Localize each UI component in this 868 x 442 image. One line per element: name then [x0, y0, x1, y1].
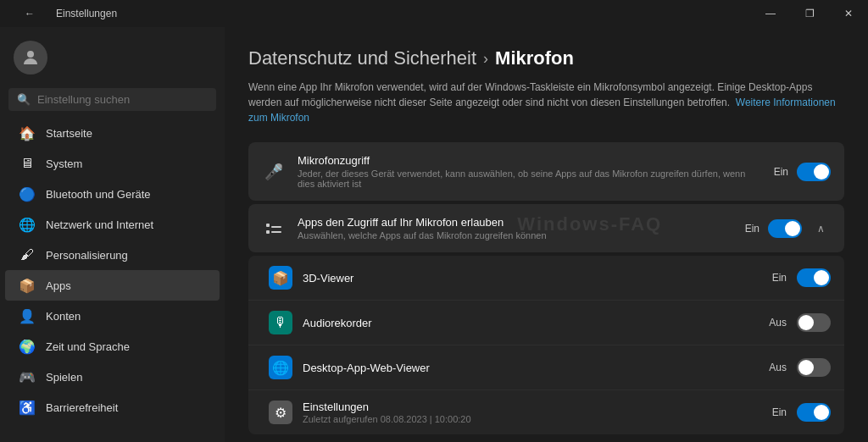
nav-label-netzwerk: Netzwerk und Internet [46, 218, 153, 231]
sidebar-item-bluetooth[interactable]: 🔵 Bluetooth und Geräte [5, 179, 220, 209]
app-text-einstellungen: Einstellungen Zuletzt aufgerufen 08.08.2… [303, 401, 762, 424]
search-box[interactable]: 🔍 [8, 88, 216, 111]
app-row-3d-viewer: 📦 3D-Viewer Ein [248, 256, 844, 301]
app-icon-3d-viewer: 📦 [269, 266, 292, 290]
breadcrumb-chevron: › [483, 50, 488, 68]
nav-label-startseite: Startseite [46, 127, 92, 140]
nav-icon-spielen: 🎮 [19, 368, 36, 385]
app-text-desktop-app-web-viewer: Desktop-App-Web-Viewer [303, 362, 759, 374]
sidebar-item-startseite[interactable]: 🏠 Startseite [5, 118, 220, 148]
titlebar: ← Einstellungen — ❐ ✕ [0, 0, 868, 27]
nav-icon-personalisierung: 🖌 [19, 246, 36, 263]
app-toggle-desktop-app-web-viewer[interactable] [797, 358, 831, 377]
toggle-thumb [814, 405, 829, 420]
app-label-audiorekorder: Aus [769, 317, 787, 329]
sidebar-item-personalisierung[interactable]: 🖌 Personalisierung [5, 240, 220, 270]
apps-access-title: Apps den Zugriff auf Ihr Mikrofon erlaub… [298, 216, 733, 229]
sidebar-item-zeit[interactable]: 🌍 Zeit und Sprache [5, 331, 220, 362]
app-name-3d-viewer: 3D-Viewer [303, 272, 762, 285]
nav-label-spielen: Spielen [46, 371, 82, 384]
titlebar-left: ← Einstellungen [10, 0, 117, 27]
apps-access-subtitle: Auswählen, welche Apps auf das Mikrofon … [298, 230, 733, 240]
app-sub-einstellungen: Zuletzt aufgerufen 08.08.2023 | 10:00:20 [303, 414, 762, 424]
app-name-desktop-app-web-viewer: Desktop-App-Web-Viewer [303, 362, 759, 374]
sidebar-item-barrierefreiheit[interactable]: ♿ Barrierefreiheit [5, 392, 220, 423]
close-button[interactable]: ✕ [829, 0, 868, 27]
app-icon-einstellungen: ⚙ [269, 401, 292, 424]
sidebar-item-apps[interactable]: 📦 Apps [5, 270, 220, 301]
apps-access-right: Ein ∧ [745, 218, 831, 239]
nav-icon-startseite: 🏠 [19, 124, 36, 141]
apps-access-label: Ein [745, 223, 760, 235]
apps-access-toggle[interactable] [768, 219, 802, 238]
nav-icon-bluetooth: 🔵 [19, 185, 36, 202]
app-name-einstellungen: Einstellungen [303, 401, 762, 413]
titlebar-title: Einstellungen [56, 8, 117, 19]
apps-access-expand[interactable]: ∧ [810, 218, 831, 239]
app-icon-desktop-app-web-viewer: 🌐 [269, 356, 292, 379]
minimize-button[interactable]: — [751, 0, 790, 27]
svg-rect-4 [271, 231, 281, 233]
sidebar-item-spielen[interactable]: 🎮 Spielen [5, 362, 220, 392]
toggle-thumb [798, 315, 814, 330]
nav-label-barrierefreiheit: Barrierefreiheit [46, 401, 118, 414]
sidebar: 🔍 🏠 Startseite 🖥 System 🔵 Bluetooth und … [0, 27, 225, 442]
main-layout: 🔍 🏠 Startseite 🖥 System 🔵 Bluetooth und … [0, 27, 868, 442]
nav-icon-netzwerk: 🌐 [19, 216, 36, 233]
svg-rect-1 [266, 224, 270, 227]
microphone-access-toggle[interactable] [797, 163, 831, 181]
avatar [14, 41, 47, 75]
titlebar-controls: — ❐ ✕ [751, 0, 868, 27]
microphone-access-text: Mikrofonzugriff Jeder, der dieses Gerät … [298, 154, 762, 189]
toggle-thumb [814, 270, 829, 285]
nav-label-zeit: Zeit und Sprache [46, 340, 130, 353]
app-toggle-3d-viewer[interactable] [797, 268, 831, 287]
nav-label-konten: Konten [46, 310, 81, 323]
sidebar-item-netzwerk[interactable]: 🌐 Netzwerk und Internet [5, 209, 220, 240]
nav-label-system: System [46, 157, 82, 170]
search-input[interactable] [37, 93, 208, 106]
apps-access-row: Apps den Zugriff auf Ihr Mikrofon erlaub… [248, 204, 844, 252]
toggle-thumb [785, 221, 800, 236]
app-row-einstellungen: ⚙ Einstellungen Zuletzt aufgerufen 08.08… [248, 390, 844, 434]
apps-access-text: Apps den Zugriff auf Ihr Mikrofon erlaub… [298, 216, 733, 240]
breadcrumb: Datenschutz und Sicherheit › Mikrofon [248, 47, 844, 69]
app-label-desktop-app-web-viewer: Aus [769, 362, 787, 373]
nav-icon-zeit: 🌍 [19, 338, 36, 355]
microphone-access-title: Mikrofonzugriff [298, 154, 762, 167]
app-toggle-einstellungen[interactable] [797, 403, 831, 422]
sidebar-top [0, 34, 225, 88]
app-toggle-audiorekorder[interactable] [797, 313, 831, 332]
maximize-button[interactable]: ❐ [790, 0, 829, 27]
app-label-einstellungen: Ein [772, 406, 787, 418]
app-row-desktop-app-web-viewer: 🌐 Desktop-App-Web-Viewer Aus [248, 345, 844, 390]
sidebar-item-system[interactable]: 🖥 System [5, 148, 220, 179]
svg-point-0 [27, 51, 34, 58]
sidebar-item-konten[interactable]: 👤 Konten [5, 301, 220, 331]
microphone-access-label: Ein [774, 166, 788, 178]
app-list: 📦 3D-Viewer Ein 🎙 Audiorekorder Aus 🌐 De… [248, 256, 844, 434]
apps-access-card: Apps den Zugriff auf Ihr Mikrofon erlaub… [248, 204, 844, 252]
nav-label-personalisierung: Personalisierung [46, 249, 128, 262]
nav-icon-konten: 👤 [19, 307, 36, 324]
content: Datenschutz und Sicherheit › Mikrofon We… [225, 27, 868, 442]
toggle-thumb [814, 164, 829, 180]
nav-icon-barrierefreiheit: ♿ [19, 399, 36, 416]
nav-icon-apps: 📦 [19, 277, 36, 294]
search-icon: 🔍 [17, 93, 31, 106]
page-description: Wenn eine App Ihr Mikrofon verwendet, wi… [248, 80, 842, 125]
app-text-3d-viewer: 3D-Viewer [303, 272, 762, 285]
microphone-access-card: 🎤 Mikrofonzugriff Jeder, der dieses Gerä… [248, 142, 844, 201]
nav-label-bluetooth: Bluetooth und Geräte [46, 188, 151, 201]
svg-rect-3 [271, 226, 281, 228]
back-button[interactable]: ← [10, 0, 49, 27]
nav-items: 🏠 Startseite 🖥 System 🔵 Bluetooth und Ge… [0, 118, 225, 423]
microphone-icon: 🎤 [262, 160, 286, 184]
nav-label-apps: Apps [46, 279, 71, 292]
apps-icon [262, 217, 286, 240]
toggle-thumb [798, 360, 814, 375]
microphone-access-right: Ein [774, 163, 831, 181]
app-row-audiorekorder: 🎙 Audiorekorder Aus [248, 301, 844, 345]
nav-icon-system: 🖥 [19, 155, 36, 172]
breadcrumb-current: Mikrofon [495, 47, 574, 69]
